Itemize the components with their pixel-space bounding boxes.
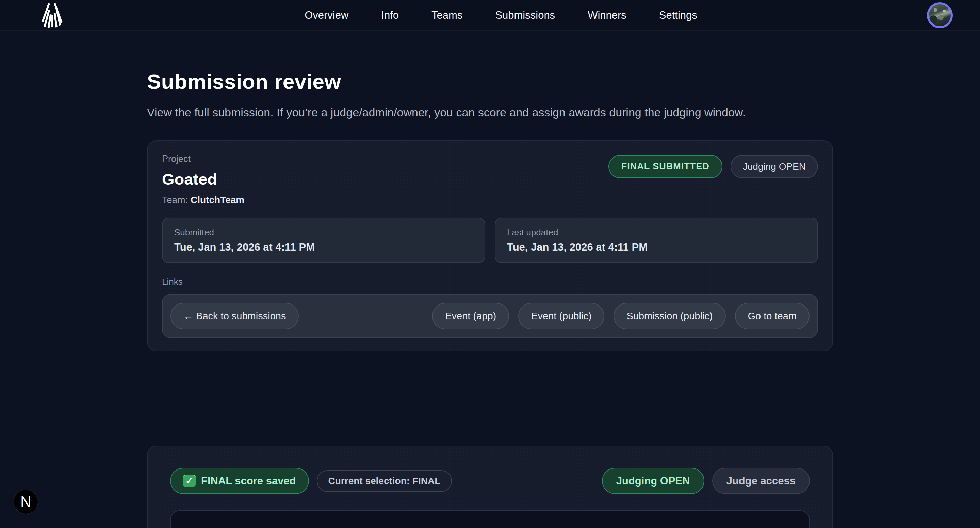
score-saved-text: FINAL score saved [201,475,296,487]
submitted-box: Submitted Tue, Jan 13, 2026 at 4:11 PM [162,218,485,263]
team-label: Team: [162,195,188,205]
judge-access-badge[interactable]: Judge access [712,468,810,494]
judging-open-badge: Judging OPEN [730,155,818,178]
judging-open-badge-green: Judging OPEN [602,468,705,494]
nav-links: Overview Info Teams Submissions Winners … [305,9,697,21]
project-card: Project Goated Team: ClutchTeam FINAL SU… [147,140,833,351]
check-icon: ✓ [183,475,196,487]
team-line: Team: ClutchTeam [162,195,244,205]
last-updated-value: Tue, Jan 13, 2026 at 4:11 PM [507,241,806,253]
page-title: Submission review [147,69,833,94]
current-selection-badge: Current selection: FINAL [317,470,452,492]
nav-item-teams[interactable]: Teams [431,9,463,21]
nextjs-dev-indicator[interactable]: N [14,490,38,514]
timestamps-row: Submitted Tue, Jan 13, 2026 at 4:11 PM L… [162,218,818,263]
nav-item-overview[interactable]: Overview [305,9,348,21]
submitted-label: Submitted [174,227,473,238]
main-content: Submission review View the full submissi… [147,69,833,528]
submission-public-button[interactable]: Submission (public) [614,303,725,329]
go-to-team-button[interactable]: Go to team [735,303,810,329]
nav-item-info[interactable]: Info [381,9,399,21]
project-label: Project [162,154,244,164]
scoring-links-panel: Links [170,510,810,528]
project-identity: Project Goated Team: ClutchTeam [162,154,244,205]
submitted-value: Tue, Jan 13, 2026 at 4:11 PM [174,241,473,253]
links-right-group: Event (app) Event (public) Submission (p… [432,303,810,329]
top-navigation: Overview Info Teams Submissions Winners … [0,0,980,30]
back-to-submissions-button[interactable]: ← Back to submissions [170,303,299,329]
project-name: Goated [162,170,244,188]
last-updated-label: Last updated [507,227,806,238]
links-label: Links [162,277,818,287]
final-submitted-badge: FINAL SUBMITTED [608,155,722,178]
page-subtitle: View the full submission. If you’re a ju… [147,106,833,119]
scoring-card: ✓ FINAL score saved Current selection: F… [147,446,833,528]
score-status-group: ✓ FINAL score saved Current selection: F… [170,468,452,494]
links-bar: ← Back to submissions Event (app) Event … [162,294,818,338]
user-avatar[interactable] [927,2,953,28]
final-score-saved-badge: ✓ FINAL score saved [170,468,309,494]
nav-item-winners[interactable]: Winners [588,9,627,21]
judging-status-group: Judging OPEN Judge access [602,468,810,494]
brand-logo[interactable] [40,2,64,29]
fan-lines-logo-icon [40,2,64,29]
team-name: ClutchTeam [191,195,244,205]
nav-item-submissions[interactable]: Submissions [495,9,555,21]
status-badges: FINAL SUBMITTED Judging OPEN [608,155,818,178]
nav-item-settings[interactable]: Settings [659,9,697,21]
event-app-button[interactable]: Event (app) [432,303,509,329]
last-updated-box: Last updated Tue, Jan 13, 2026 at 4:11 P… [495,218,818,263]
event-public-button[interactable]: Event (public) [518,303,605,329]
